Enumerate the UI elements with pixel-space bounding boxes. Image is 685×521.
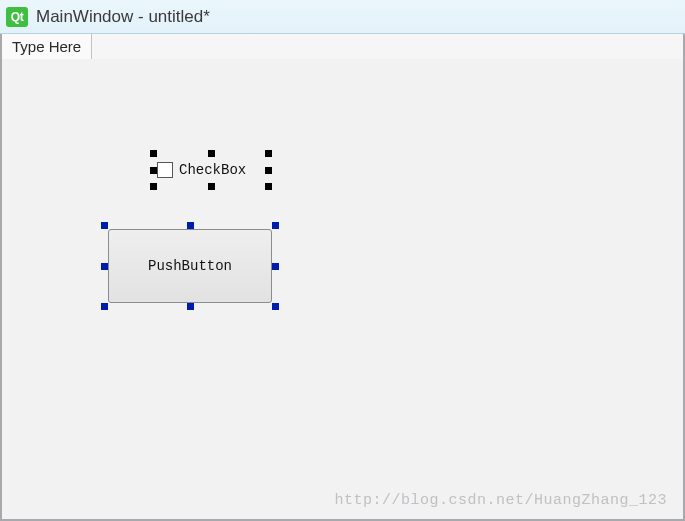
resize-handle-nw[interactable] [101,222,108,229]
resize-handle-w[interactable] [101,263,108,270]
pushbutton-label: PushButton [148,258,232,274]
pushbutton-widget[interactable]: PushButton [108,229,272,303]
resize-handle-e[interactable] [272,263,279,270]
resize-handle-n[interactable] [187,222,194,229]
watermark-text: http://blog.csdn.net/HuangZhang_123 [334,492,667,509]
resize-handle-se[interactable] [272,303,279,310]
resize-handle-nw[interactable] [150,150,157,157]
menubar[interactable]: Type Here [2,34,683,60]
menubar-typehere[interactable]: Type Here [2,34,92,59]
pushbutton-face[interactable]: PushButton [108,229,272,303]
checkbox-widget[interactable]: CheckBox [157,157,265,183]
resize-handle-sw[interactable] [101,303,108,310]
resize-handle-s[interactable] [187,303,194,310]
checkbox-label: CheckBox [179,162,246,178]
qt-logo-icon: Qt [6,7,28,27]
resize-handle-se[interactable] [265,183,272,190]
checkbox-box-icon[interactable] [157,162,173,178]
resize-handle-ne[interactable] [272,222,279,229]
window-titlebar: Qt MainWindow - untitled* [0,0,685,34]
resize-handle-sw[interactable] [150,183,157,190]
designer-frame: Type Here CheckBox PushButton [0,34,685,521]
resize-handle-s[interactable] [208,183,215,190]
resize-handle-e[interactable] [265,167,272,174]
resize-handle-ne[interactable] [265,150,272,157]
form-canvas[interactable]: CheckBox PushButton [2,59,683,519]
resize-handle-n[interactable] [208,150,215,157]
resize-handle-w[interactable] [150,167,157,174]
window-title: MainWindow - untitled* [36,7,210,27]
